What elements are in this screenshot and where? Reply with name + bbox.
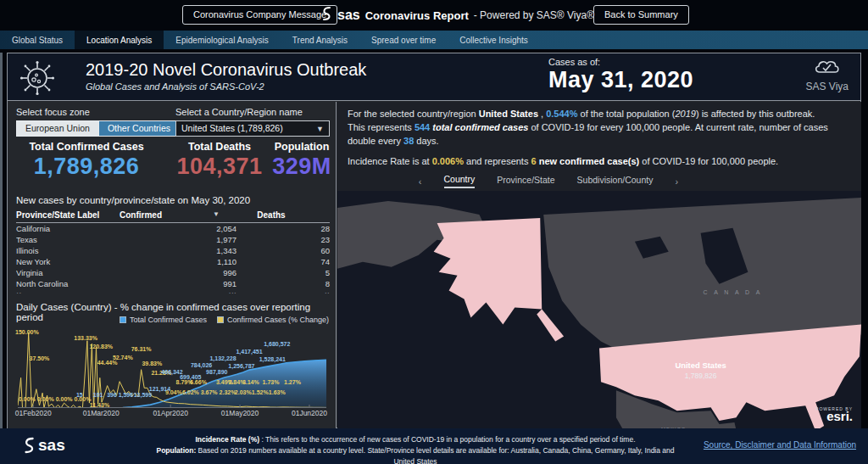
tab-epidemiological-analysis[interactable]: Epidemiological Analysis [164, 31, 281, 49]
confirmed-value: 991 [189, 279, 236, 288]
sas-viya-logo: SAS Viya [806, 59, 849, 92]
tab-location-analysis[interactable]: Location Analysis [75, 31, 164, 49]
chevron-down-icon: ▼ [316, 122, 324, 137]
kpi-population-label: Population [269, 141, 335, 153]
page-title: 2019-20 Novel Coronavirus Outbreak [86, 60, 366, 80]
page-subtitle: Global Cases and Analysis of SARS-CoV-2 [86, 81, 264, 92]
insight-line-2: This represents 544 total confirmed case… [348, 121, 851, 148]
deaths-value: 5 [298, 268, 330, 277]
report-tabstrip: Global Status Location Analysis Epidemio… [0, 31, 868, 49]
row-label: New York [16, 257, 89, 266]
country-select-label: Select a Country/Region name [175, 107, 330, 117]
map-label-canada: C A N A D A [704, 288, 763, 294]
confirmed-value: 2,054 [189, 224, 236, 233]
kpi-total-confirmed-label: Total Confirmed Cases [23, 141, 150, 153]
geo-map[interactable]: C A N A D A MEXICO United States 1,789,8… [337, 191, 861, 428]
insight-line-3: Incidence Rate is at 0.006% and represen… [348, 155, 851, 169]
map-marker-value: 1,789,826 [685, 372, 717, 380]
cases-as-of-label: Cases as of: [548, 57, 693, 67]
sas-logo-icon [320, 6, 332, 25]
top-bar: Coronavirus Company Message sas Coronavi… [0, 0, 868, 31]
table-row-partial: ·· ··· ·· [16, 289, 330, 294]
footer-bar: sas Incidence Rate (%) : This refers to … [0, 428, 868, 464]
sort-desc-icon[interactable]: ▼ [213, 210, 225, 220]
report-brand-sas: sas [337, 8, 360, 23]
back-to-summary-button[interactable]: Back to Summary [593, 5, 689, 25]
european-union-button[interactable]: European Union [16, 120, 99, 137]
row-label: Virginia [16, 268, 89, 277]
tab-global-status[interactable]: Global Status [0, 31, 75, 49]
table-row[interactable]: Texas 1,977 23 [16, 234, 330, 245]
table-title: New cases by country/province/state on M… [16, 195, 250, 205]
focus-zone-label: Select focus zone [16, 107, 180, 117]
confirmed-value: 1,977 [189, 235, 236, 244]
esri-attribution: POWERED BY esri. [815, 406, 853, 422]
cases-as-of-date: May 31, 2020 [548, 67, 693, 93]
kpi-total-confirmed-value: 1,789,826 [23, 154, 150, 180]
left-edge-strip [0, 53, 3, 428]
page-header: 2019-20 Novel Coronavirus Outbreak Globa… [8, 53, 860, 101]
tab-spread-over-time[interactable]: Spread over time [359, 31, 448, 49]
report-title: Coronavirus Report [365, 9, 469, 22]
country-select-value: United States (1,789,826) [181, 123, 283, 133]
footer-notes: Incidence Rate (%) : This refers to the … [153, 434, 678, 464]
cases-as-of: Cases as of: May 31, 2020 [548, 57, 693, 93]
col-province-state[interactable]: Province/State Label [16, 210, 120, 220]
table-row[interactable]: Virginia 996 5 [16, 267, 330, 278]
legend-swatch-yellow [217, 316, 224, 323]
map-state-alaska[interactable] [434, 218, 542, 325]
map-level-tabs: ‹ Country Province/State Subdivision/Cou… [287, 172, 810, 191]
legend-swatch-blue [120, 316, 126, 323]
virus-icon [19, 60, 55, 99]
left-panel: Select focus zone European Union Other C… [8, 102, 337, 428]
footer-population-note: Population: Based on 2019 numbers availa… [153, 445, 678, 464]
table-row[interactable]: California 2,054 28 [16, 223, 330, 234]
right-panel: For the selected country/region United S… [337, 102, 861, 428]
deaths-value: 8 [298, 279, 330, 288]
company-message-button[interactable]: Coronavirus Company Message [182, 5, 337, 25]
sas-logo-icon [22, 436, 36, 455]
other-countries-button[interactable]: Other Countries [99, 120, 180, 137]
footer-sas-text: sas [38, 436, 65, 455]
daily-cases-chart[interactable]: 150.00%37.50%133.33%120.83%44.44%52.74%7… [18, 327, 326, 408]
sas-viya-label: SAS Viya [806, 81, 849, 92]
kpi-total-deaths: Total Deaths 104,371 [169, 141, 270, 180]
legend-total-confirmed[interactable]: Total Confirmed Cases [120, 316, 207, 324]
country-select[interactable]: United States (1,789,826) ▼ [175, 120, 330, 137]
table-row[interactable]: North Carolina 991 8 [16, 278, 330, 289]
tab-collective-insights[interactable]: Collective Insights [448, 31, 540, 49]
focus-zone-buttons: European Union Other Countries [16, 120, 180, 137]
focus-zone-control: Select focus zone European Union Other C… [16, 107, 180, 137]
prev-arrow-icon[interactable]: ‹ [419, 176, 422, 187]
footer-incidence-note: Incidence Rate (%) : This refers to the … [153, 434, 678, 445]
esri-logo: esri. [815, 411, 853, 422]
report-brand: sas Coronavirus Report - Powered by SAS®… [320, 6, 594, 25]
col-deaths[interactable]: Deaths [225, 210, 318, 220]
insight-text: For the selected country/region United S… [337, 102, 861, 172]
table-row[interactable]: Illinois 1,343 60 [16, 245, 330, 256]
content-frame: 2019-20 Novel Coronavirus Outbreak Globa… [7, 53, 861, 428]
map-tab-subdivision-county[interactable]: Subdivision/County [577, 175, 654, 187]
dashboard: Coronavirus Company Message sas Coronavi… [0, 0, 868, 464]
report-subtitle: - Powered by SAS® Viya® [474, 9, 594, 21]
country-control: Select a Country/Region name United Stat… [175, 107, 330, 137]
next-arrow-icon[interactable]: › [675, 176, 678, 187]
confirmed-value: 1,343 [189, 246, 236, 255]
deaths-value: 60 [298, 246, 330, 255]
tab-trend-analysis[interactable]: Trend Analysis [281, 31, 359, 49]
row-label: North Carolina [16, 279, 89, 288]
col-confirmed[interactable]: Confirmed [120, 210, 213, 220]
legend-percent-change[interactable]: Confirmed Cases (% Change) [217, 316, 329, 324]
table-row[interactable]: New York 1,110 74 [16, 256, 330, 267]
insight-line-1: For the selected country/region United S… [348, 108, 851, 121]
map-tab-country[interactable]: Country [444, 174, 476, 188]
deaths-value: 23 [298, 235, 330, 244]
chart-x-axis: 01Feb202001Mar202001Apr202001May202001Ju… [18, 409, 326, 419]
map-tab-province-state[interactable]: Province/State [497, 175, 554, 187]
confirmed-value: 996 [189, 268, 236, 277]
source-disclaimer-link[interactable]: Source, Disclaimer and Data Information [704, 440, 856, 450]
row-label: California [16, 224, 89, 233]
table-header: Province/State Label Confirmed ▼ Deaths [16, 210, 330, 223]
map-canvas: C A N A D A MEXICO United States 1,789,8… [337, 191, 861, 428]
kpi-total-deaths-value: 104,371 [169, 154, 270, 180]
